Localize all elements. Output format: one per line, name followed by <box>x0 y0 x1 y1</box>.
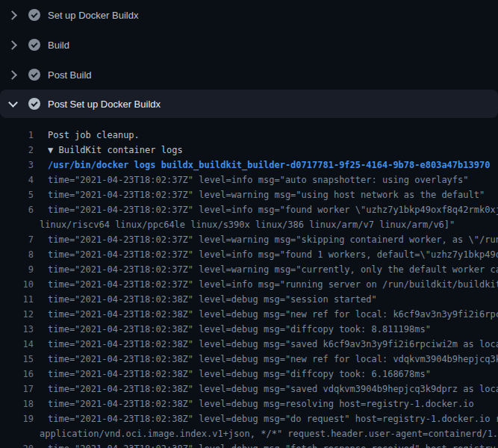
success-check-circle-icon <box>28 69 40 81</box>
log-line: 5time="2021-04-23T18:02:37Z" level=warni… <box>0 187 498 202</box>
step-header-post-set-up-docker-buildx[interactable]: Post Set up Docker Buildx <box>0 90 498 118</box>
log-text: time="2021-04-23T18:02:37Z" level=info m… <box>34 172 469 187</box>
log-command-text: /usr/bin/docker logs buildx_buildkit_bui… <box>34 158 490 172</box>
log-line: 4time="2021-04-23T18:02:37Z" level=info … <box>0 172 498 187</box>
log-line: 10time="2021-04-23T18:02:37Z" level=info… <box>0 277 498 292</box>
log-line: 9time="2021-04-23T18:02:37Z" level=warni… <box>0 262 498 277</box>
step-header-build[interactable]: Build <box>0 30 498 60</box>
log-text: time="2021-04-23T18:02:38Z" level=debug … <box>34 337 498 352</box>
log-text: time="2021-04-23T18:02:38Z" level=debug … <box>34 367 431 382</box>
step-label: Set up Docker Buildx <box>48 10 138 21</box>
log-text: time="2021-04-23T18:02:37Z" level=info m… <box>34 277 498 292</box>
log-text: time="2021-04-23T18:02:37Z" level=info m… <box>34 247 498 262</box>
log-line: 14time="2021-04-23T18:02:38Z" level=debu… <box>0 337 498 352</box>
log-line: 12time="2021-04-23T18:02:38Z" level=debu… <box>0 307 498 322</box>
line-number[interactable]: 18 <box>0 396 34 411</box>
step-label: Post Set up Docker Buildx <box>48 99 161 110</box>
log-line: 17time="2021-04-23T18:02:38Z" level=debu… <box>0 382 498 396</box>
line-number[interactable]: 16 <box>0 367 34 382</box>
line-number[interactable]: 3 <box>0 158 34 172</box>
log-line-continuation: linux/riscv64 linux/ppc64le linux/s390x … <box>0 217 498 232</box>
line-number[interactable]: 2 <box>0 143 34 158</box>
log-text: time="2021-04-23T18:02:38Z" level=debug … <box>34 322 431 337</box>
line-number[interactable]: 14 <box>0 337 34 352</box>
line-number[interactable]: 19 <box>0 411 34 426</box>
chevron-down-icon <box>8 99 17 108</box>
log-line: 7time="2021-04-23T18:02:37Z" level=warni… <box>0 232 498 247</box>
actions-log-viewer: Set up Docker BuildxBuildPost BuildPost … <box>0 0 498 448</box>
step-label: Build <box>48 40 69 51</box>
line-number[interactable]: 1 <box>0 128 34 143</box>
line-number[interactable]: 5 <box>0 187 34 202</box>
log-line: 1Post job cleanup. <box>0 128 498 143</box>
log-line: 8time="2021-04-23T18:02:37Z" level=info … <box>0 247 498 262</box>
log-text: time="2021-04-23T18:02:37Z" level=warnin… <box>34 187 485 202</box>
line-number[interactable]: 9 <box>0 262 34 277</box>
log-line: 11time="2021-04-23T18:02:38Z" level=debu… <box>0 292 498 307</box>
line-number[interactable]: 12 <box>0 307 34 322</box>
log-text: time="2021-04-23T18:02:38Z" level=debug … <box>34 352 498 367</box>
line-number[interactable]: 7 <box>0 232 34 247</box>
log-line: 16time="2021-04-23T18:02:38Z" level=debu… <box>0 367 498 382</box>
step-header-set-up-docker-buildx[interactable]: Set up Docker Buildx <box>0 0 498 30</box>
line-number[interactable]: 17 <box>0 382 34 396</box>
chevron-right-icon <box>8 40 17 49</box>
log-text: time="2021-04-23T18:02:38Z" level=debug … <box>34 396 474 411</box>
log-text: time="2021-04-23T18:02:38Z" level=debug … <box>34 411 498 426</box>
log-line: 18time="2021-04-23T18:02:38Z" level=debu… <box>0 396 498 411</box>
line-number[interactable]: 11 <box>0 292 34 307</box>
log-text: time="2021-04-23T18:02:37Z" level=warnin… <box>34 232 498 247</box>
log-text: application/vnd.oci.image.index.v1+json,… <box>0 426 498 441</box>
success-check-circle-icon <box>28 9 40 21</box>
line-number[interactable]: 8 <box>0 247 34 262</box>
log-area: 1Post job cleanup.2▼ BuildKit container … <box>0 118 498 448</box>
log-line: 2▼ BuildKit container logs <box>0 143 498 158</box>
log-text: time="2021-04-23T18:02:38Z" level=debug … <box>34 307 498 322</box>
step-header-post-build[interactable]: Post Build <box>0 60 498 90</box>
log-text: ▼ BuildKit container logs <box>34 143 183 158</box>
success-check-circle-icon <box>28 98 40 110</box>
log-line: 13time="2021-04-23T18:02:38Z" level=debu… <box>0 322 498 337</box>
log-line: 15time="2021-04-23T18:02:38Z" level=debu… <box>0 352 498 367</box>
log-text: time="2021-04-23T18:02:37Z" level=info m… <box>34 202 498 217</box>
log-text: time="2021-04-23T18:02:38Z" level=debug … <box>34 441 498 448</box>
log-line: 20time="2021-04-23T18:02:38Z" level=debu… <box>0 441 498 448</box>
group-title: BuildKit container logs <box>58 145 182 155</box>
log-text: linux/riscv64 linux/ppc64le linux/s390x … <box>0 217 455 232</box>
log-text: time="2021-04-23T18:02:38Z" level=debug … <box>34 382 498 396</box>
line-number[interactable]: 15 <box>0 352 34 367</box>
log-line: 6time="2021-04-23T18:02:37Z" level=info … <box>0 202 498 217</box>
success-check-circle-icon <box>28 39 40 51</box>
line-number[interactable]: 4 <box>0 172 34 187</box>
log-line: 19time="2021-04-23T18:02:38Z" level=debu… <box>0 411 498 426</box>
group-collapse-arrow-icon[interactable]: ▼ <box>48 145 58 155</box>
log-line-continuation: application/vnd.oci.image.index.v1+json,… <box>0 426 498 441</box>
line-number[interactable]: 6 <box>0 202 34 217</box>
log-text: Post job cleanup. <box>34 128 140 143</box>
log-text: time="2021-04-23T18:02:37Z" level=warnin… <box>34 262 498 277</box>
log-text: time="2021-04-23T18:02:38Z" level=debug … <box>34 292 377 307</box>
line-number[interactable]: 13 <box>0 322 34 337</box>
chevron-right-icon <box>8 70 17 79</box>
step-label: Post Build <box>48 69 92 81</box>
chevron-right-icon <box>8 10 17 19</box>
steps-list: Set up Docker BuildxBuildPost BuildPost … <box>0 0 498 118</box>
line-number[interactable]: 20 <box>0 441 34 448</box>
log-line: 3/usr/bin/docker logs buildx_buildkit_bu… <box>0 158 498 172</box>
line-number[interactable]: 10 <box>0 277 34 292</box>
